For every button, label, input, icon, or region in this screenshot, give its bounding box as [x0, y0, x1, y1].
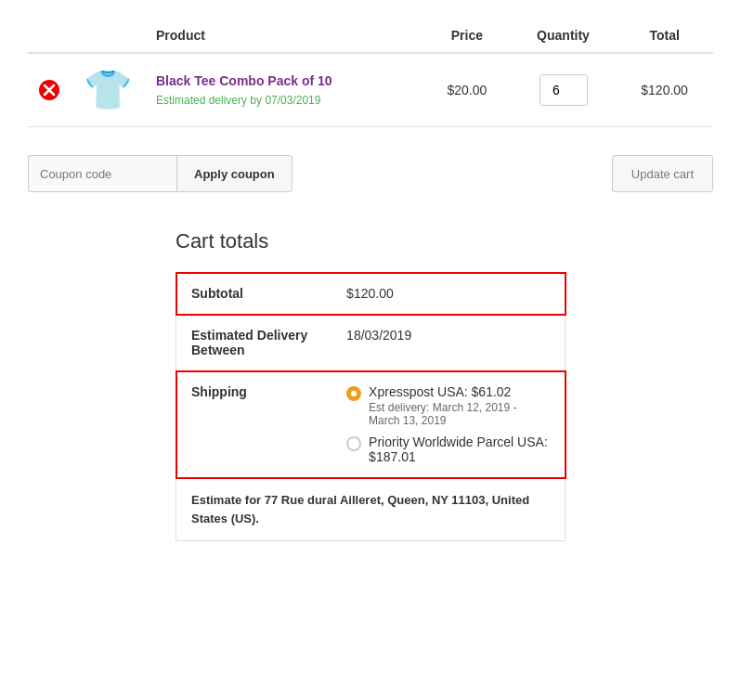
subtotal-amount: $120.00: [346, 286, 394, 301]
xpresspost-name: Xpresspost USA: $61.02: [369, 384, 550, 399]
cart-table: Product Price Quantity Total: [28, 19, 713, 127]
shipping-row: Shipping Xpresspost USA: $61.02 Est deli…: [176, 371, 566, 478]
priority-radio[interactable]: [346, 436, 361, 451]
quantity-input[interactable]: [540, 74, 588, 106]
col-product-header: Product: [145, 19, 423, 53]
table-row: 👕 Black Tee Combo Pack of 10 Estimated d…: [28, 53, 713, 127]
product-name-link[interactable]: Black Tee Combo Pack of 10: [156, 73, 412, 88]
subtotal-value: $120.00: [332, 273, 565, 315]
estimate-address-text: Estimate for 77 Rue dural Ailleret, Quee…: [191, 493, 529, 525]
apply-coupon-button[interactable]: Apply coupon: [176, 155, 292, 192]
product-thumbnail-cell: 👕: [71, 53, 145, 127]
xpresspost-details: Xpresspost USA: $61.02 Est delivery: Mar…: [369, 384, 550, 427]
subtotal-row: Subtotal $120.00: [176, 273, 566, 315]
coupon-left: Apply coupon: [28, 155, 292, 192]
page-wrapper: Product Price Quantity Total: [0, 0, 741, 560]
product-image: 👕: [82, 71, 134, 110]
cart-totals: Cart totals Subtotal $120.00 Estimated D…: [176, 229, 566, 541]
table-header-row: Product Price Quantity Total: [28, 19, 713, 53]
update-cart-button[interactable]: Update cart: [612, 155, 713, 192]
shipping-option-xpresspost: Xpresspost USA: $61.02 Est delivery: Mar…: [346, 384, 550, 427]
remove-cell: [28, 53, 71, 127]
xpresspost-radio[interactable]: [346, 386, 361, 401]
coupon-row: Apply coupon Update cart: [28, 146, 713, 201]
remove-icon: [39, 80, 59, 100]
coupon-code-input[interactable]: [28, 155, 176, 192]
shipping-options-cell: Xpresspost USA: $61.02 Est delivery: Mar…: [332, 371, 565, 478]
priority-details: Priority Worldwide Parcel USA: $187.01: [369, 434, 550, 464]
cart-totals-wrapper: Cart totals Subtotal $120.00 Estimated D…: [28, 229, 713, 541]
col-price-header: Price: [423, 19, 511, 53]
priority-name: Priority Worldwide Parcel USA: $187.01: [369, 434, 550, 464]
quantity-cell: [511, 53, 616, 127]
delivery-value: 18/03/2019: [332, 315, 565, 371]
col-quantity-header: Quantity: [511, 19, 616, 53]
col-total-header: Total: [616, 19, 713, 53]
delivery-label: Estimated Delivery Between: [176, 315, 332, 371]
shipping-option-priority: Priority Worldwide Parcel USA: $187.01: [346, 434, 550, 464]
col-image: [71, 19, 145, 53]
xpresspost-delivery-est: Est delivery: March 12, 2019 - March 13,…: [369, 401, 550, 427]
estimate-address-cell: Estimate for 77 Rue dural Ailleret, Quee…: [176, 478, 566, 541]
col-remove: [28, 19, 71, 53]
delivery-estimate: Estimated delivery by 07/03/2019: [156, 94, 320, 107]
price-cell: $20.00: [423, 53, 511, 127]
cart-totals-title: Cart totals: [176, 229, 566, 253]
shipping-options-list: Xpresspost USA: $61.02 Est delivery: Mar…: [346, 384, 550, 464]
delivery-row: Estimated Delivery Between 18/03/2019: [176, 315, 566, 371]
shipping-label: Shipping: [176, 371, 332, 478]
remove-item-button[interactable]: [39, 80, 59, 100]
product-info-cell: Black Tee Combo Pack of 10 Estimated del…: [145, 53, 423, 127]
totals-table: Subtotal $120.00 Estimated Delivery Betw…: [176, 272, 566, 541]
subtotal-label: Subtotal: [176, 273, 332, 315]
total-cell: $120.00: [616, 53, 713, 127]
estimate-address-row: Estimate for 77 Rue dural Ailleret, Quee…: [176, 478, 566, 541]
